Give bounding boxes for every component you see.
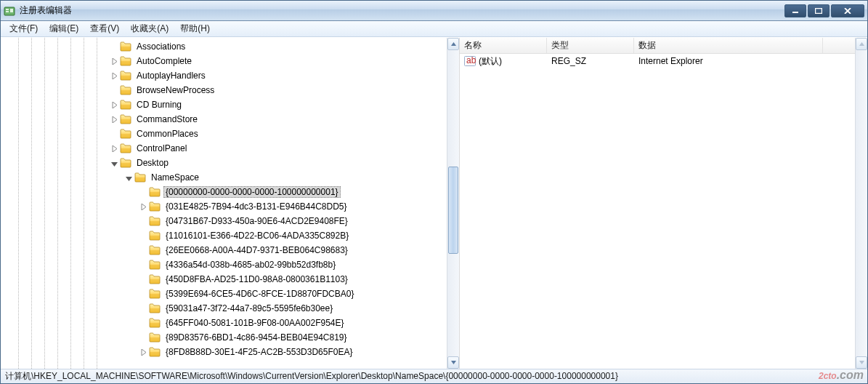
tree-item[interactable]: AutoplayHandlers — [1, 68, 447, 83]
folder-icon — [149, 332, 161, 343]
value-row[interactable]: ab(默认)REG_SZInternet Explorer — [460, 54, 867, 68]
tree-item[interactable]: {4336a54d-038b-4685-ab02-99bb52d3fb8b} — [1, 257, 447, 272]
menubar: 文件(F) 编辑(E) 查看(V) 收藏夹(A) 帮助(H) — [1, 21, 867, 37]
tree-expander-none — [139, 188, 147, 196]
folder-icon — [134, 172, 146, 183]
value-data-cell: Internet Explorer — [634, 56, 823, 66]
statusbar: 计算机\HKEY_LOCAL_MACHINE\SOFTWARE\Microsof… — [1, 369, 867, 383]
tree-item-label: {04731B67-D933-450a-90E6-4ACD2E9408FE} — [163, 215, 350, 227]
tree-expander-none — [110, 86, 118, 95]
tree-item[interactable]: {26EE0668-A00A-44D7-9371-BEB064C98683} — [1, 243, 447, 257]
tree-item-label: CommonPlaces — [134, 128, 200, 140]
column-header-name[interactable]: 名称 — [460, 38, 547, 53]
tree-item[interactable]: ControlPanel — [1, 141, 447, 156]
chevron-right-icon[interactable] — [110, 57, 118, 65]
folder-icon — [149, 318, 161, 328]
list-scrollbar[interactable] — [855, 38, 867, 369]
chevron-right-icon[interactable] — [110, 71, 118, 80]
tree-item-label: {00000000-0000-0000-0000-100000000001} — [163, 186, 341, 198]
titlebar[interactable]: 注册表编辑器 — [1, 1, 867, 21]
tree-item[interactable]: CommonPlaces — [1, 127, 447, 141]
values-list[interactable]: ab(默认)REG_SZInternet Explorer — [460, 54, 867, 369]
tree-item[interactable]: Associations — [1, 39, 447, 54]
chevron-down-icon[interactable] — [124, 173, 133, 182]
tree-item[interactable]: CommandStore — [1, 112, 447, 127]
svg-text:ab: ab — [466, 56, 476, 65]
tree-item-label: {59031a47-3f72-44a7-89c5-5595fe6b30ee} — [163, 303, 335, 314]
tree-expander-none — [139, 246, 147, 255]
tree-expander-none — [139, 260, 147, 269]
tree-item[interactable]: NameSpace — [1, 170, 447, 185]
scroll-thumb[interactable] — [448, 167, 458, 254]
chevron-right-icon[interactable] — [139, 202, 147, 211]
menu-favorites[interactable]: 收藏夹(A) — [126, 21, 173, 36]
chevron-right-icon[interactable] — [110, 100, 118, 109]
folder-icon — [149, 260, 161, 270]
scroll-up-button[interactable] — [447, 38, 459, 50]
scroll-down-button[interactable] — [856, 356, 867, 369]
tree-item[interactable]: {00000000-0000-0000-0000-100000000001} — [1, 185, 447, 199]
tree-item-label: AutoplayHandlers — [134, 70, 208, 81]
menu-file[interactable]: 文件(F) — [5, 21, 42, 36]
folder-icon — [149, 216, 161, 226]
scroll-track[interactable] — [447, 50, 459, 356]
tree-item[interactable]: {5399E694-6CE5-4D6C-8FCE-1D8870FDCBA0} — [1, 287, 447, 301]
folder-icon — [149, 245, 161, 255]
tree-item-label: NameSpace — [149, 172, 201, 183]
svg-rect-4 — [792, 12, 798, 13]
tree-item[interactable]: {645FF040-5081-101B-9F08-00AA002F954E} — [1, 316, 447, 330]
column-header-data[interactable]: 数据 — [634, 38, 823, 53]
scroll-track[interactable] — [856, 50, 867, 356]
value-name-cell: ab(默认) — [460, 55, 547, 68]
tree-scrollbar[interactable] — [447, 38, 459, 369]
tree-pane: AssociationsAutoCompleteAutoplayHandlers… — [1, 38, 460, 369]
tree-item-label: {5399E694-6CE5-4D6C-8FCE-1D8870FDCBA0} — [163, 288, 356, 300]
tree-item[interactable]: {450D8FBA-AD25-11D0-98A8-0800361B1103} — [1, 272, 447, 287]
tree-expander-none — [110, 129, 118, 138]
status-path: 计算机\HKEY_LOCAL_MACHINE\SOFTWARE\Microsof… — [5, 370, 618, 383]
tree-item[interactable]: {04731B67-D933-450a-90E6-4ACD2E9408FE} — [1, 214, 447, 228]
menu-edit[interactable]: 编辑(E) — [45, 21, 83, 36]
tree-item[interactable]: CD Burning — [1, 97, 447, 112]
folder-icon — [149, 187, 161, 197]
menu-help[interactable]: 帮助(H) — [176, 21, 214, 36]
chevron-down-icon[interactable] — [110, 159, 118, 167]
svg-rect-2 — [6, 11, 9, 12]
tree-item[interactable]: {59031a47-3f72-44a7-89c5-5595fe6b30ee} — [1, 301, 447, 316]
column-header-type[interactable]: 类型 — [547, 38, 634, 53]
scroll-down-button[interactable] — [447, 356, 459, 369]
tree-expander-none — [139, 231, 147, 240]
tree-item[interactable]: Desktop — [1, 156, 447, 170]
tree-item-label: {11016101-E366-4D22-BC06-4ADA335C892B} — [163, 230, 351, 241]
tree-item-label: {031E4825-7B94-4dc3-B131-E946B44C8DD5} — [163, 201, 349, 212]
close-button[interactable] — [831, 4, 864, 17]
folder-icon — [120, 41, 131, 52]
tree-expander-none — [139, 319, 147, 327]
tree-expander-none — [139, 217, 147, 225]
tree-item[interactable]: {031E4825-7B94-4dc3-B131-E946B44C8DD5} — [1, 199, 447, 214]
tree-item[interactable]: AutoComplete — [1, 54, 447, 68]
tree-item-label: BrowseNewProcess — [134, 84, 216, 96]
tree-item[interactable]: BrowseNewProcess — [1, 83, 447, 97]
chevron-right-icon[interactable] — [110, 144, 118, 153]
client-area: AssociationsAutoCompleteAutoplayHandlers… — [1, 37, 867, 369]
values-pane: 名称类型数据 ab(默认)REG_SZInternet Explorer — [460, 38, 867, 369]
menu-view[interactable]: 查看(V) — [86, 21, 123, 36]
string-value-icon: ab — [464, 56, 476, 66]
tree-item-label: {89D83576-6BD1-4c86-9454-BEB04E94C819} — [163, 332, 349, 343]
tree-item[interactable]: {8FD8B88D-30E1-4F25-AC2B-553D3D65F0EA} — [1, 345, 447, 359]
maximize-button[interactable] — [808, 4, 830, 17]
tree-item[interactable]: {11016101-E366-4D22-BC06-4ADA335C892B} — [1, 228, 447, 243]
tree-expander-none — [139, 275, 147, 284]
tree-item-label: {645FF040-5081-101B-9F08-00AA002F954E} — [163, 317, 346, 329]
value-name-label: (默认) — [479, 55, 502, 68]
scroll-up-button[interactable] — [856, 38, 867, 50]
chevron-right-icon[interactable] — [110, 115, 118, 124]
chevron-right-icon[interactable] — [139, 348, 147, 356]
folder-icon — [120, 71, 131, 81]
tree-expander-none — [139, 289, 147, 298]
tree-item[interactable]: {89D83576-6BD1-4c86-9454-BEB04E94C819} — [1, 330, 447, 345]
folder-icon — [149, 289, 161, 299]
minimize-button[interactable] — [784, 4, 806, 17]
tree-view[interactable]: AssociationsAutoCompleteAutoplayHandlers… — [1, 38, 447, 369]
